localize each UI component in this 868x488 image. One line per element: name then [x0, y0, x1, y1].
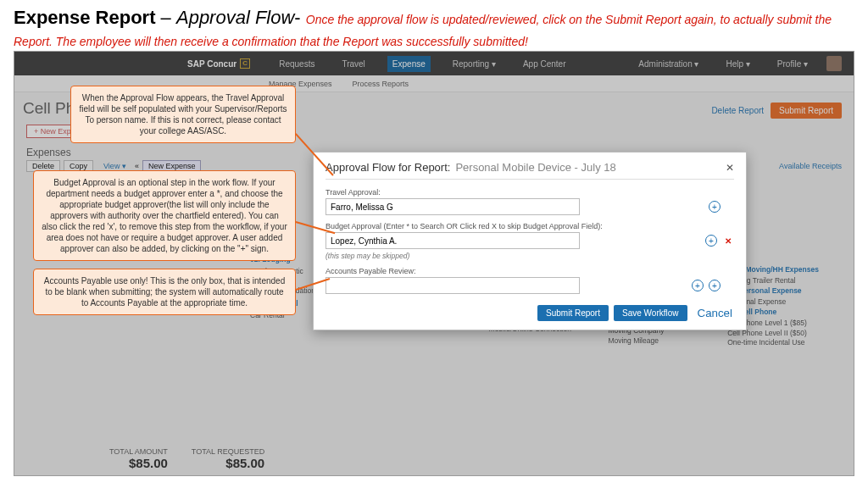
close-icon[interactable]: ✕: [726, 162, 734, 174]
travel-approval-label: Travel Approval:: [326, 188, 734, 197]
callout-travel-approval: When the Approval Flow appears, the Trav…: [70, 86, 296, 143]
plus-icon[interactable]: +: [705, 235, 717, 247]
callout-ap-review: Accounts Payable use only! This is the o…: [33, 269, 296, 315]
remove-step-icon[interactable]: ✕: [722, 235, 734, 247]
budget-approval-label: Budget Approval (Enter * to Search OR Cl…: [326, 222, 734, 230]
plus-icon[interactable]: +: [709, 201, 721, 213]
plus-icon[interactable]: +: [709, 280, 721, 291]
plus-icon[interactable]: +: [692, 280, 704, 291]
skip-note: (this step may be skipped): [326, 252, 734, 260]
modal-title: Approval Flow for Report: Personal Mobil…: [326, 161, 734, 180]
title-bold: Expense Report: [14, 7, 156, 28]
ap-review-input[interactable]: [326, 277, 580, 294]
approval-flow-modal: Approval Flow for Report: Personal Mobil…: [313, 152, 747, 330]
modal-submit-button[interactable]: Submit Report: [537, 305, 609, 321]
screenshot-region: SAP ConcurC Requests Travel Expense Repo…: [14, 51, 854, 476]
travel-approval-input[interactable]: [326, 198, 580, 215]
slide-title: Expense Report – Approval Flow- Once the…: [0, 0, 868, 51]
title-italic: Approval Flow: [176, 7, 294, 28]
modal-report-name: Personal Mobile Device - July 18: [455, 161, 615, 174]
modal-save-button[interactable]: Save Workflow: [614, 305, 687, 321]
modal-cancel-button[interactable]: Cancel: [693, 303, 738, 323]
budget-approval-input[interactable]: [326, 232, 580, 249]
ap-review-label: Accounts Payable Review:: [326, 267, 734, 275]
callout-budget-approval: Budget Approval is an optional step in t…: [33, 170, 296, 261]
